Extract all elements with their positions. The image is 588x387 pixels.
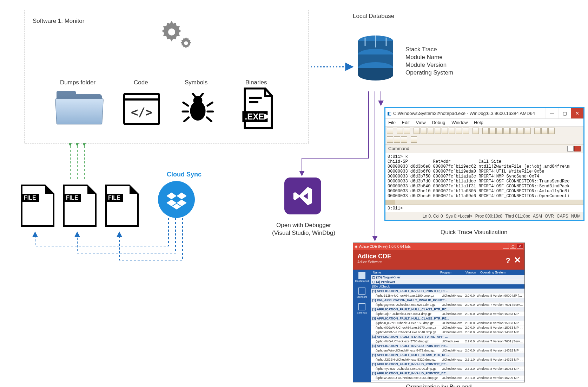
table-row[interactable]: ⎙ phpgxym48-UCheck64.exe.6232.dmp.gzUChe…	[371, 303, 524, 307]
table-row[interactable]: ⎙ phplawWin-UCheck64.exe.8472.dmp.gzUChe…	[371, 348, 524, 353]
table-row[interactable]: ⎙ phpk002pW-UCheck64.exe.6970.dmp.gzUChe…	[371, 325, 524, 330]
svg-point-1	[184, 41, 188, 45]
table-row[interactable]: (50) UCheck	[371, 284, 524, 289]
tool-button[interactable]	[387, 128, 393, 134]
table-row[interactable]: (1) APPLICATION_FAULT_STATUS_FATAL_APP_.…	[371, 335, 524, 339]
tool-button[interactable]	[449, 128, 455, 134]
tool-button[interactable]	[397, 128, 403, 134]
tool-button[interactable]	[414, 128, 420, 134]
windbg-window: ◧ C:\Windows\System32\notepad.exe - WinD…	[384, 107, 584, 221]
table-row[interactable]: ⎙ phpvhO8NV-UCheck64.exe.6048.dmp.gzUChe…	[371, 330, 524, 335]
table-row[interactable]: (1) APPLICATION_FAULT_NULL_CLASS_PTR_RE.…	[371, 307, 524, 312]
table-row[interactable]: (1) APPLICATION_FAULT_INVALID_POINTER_RE…	[371, 362, 524, 367]
exe-icon: .EXE	[241, 88, 276, 130]
menu-file[interactable]: File	[388, 120, 396, 125]
table-row[interactable]: ⎙ phpuf2GSN-UCheck64.exe.5320.dmp.gzUChe…	[371, 357, 524, 362]
menu-edit[interactable]: Edit	[402, 120, 410, 125]
table-row[interactable]: ⎙ phpB12Nv-UCheck64.exe.2290.dmp.gzUChec…	[371, 294, 524, 298]
tool-button[interactable]	[387, 136, 393, 143]
cde-caption2: Organization by Bug and Frequency	[397, 383, 481, 387]
windbg-title: C:\Windows\System32\notepad.exe - WinDbg…	[393, 111, 546, 116]
table-row[interactable]: (1) APPLICATION_FAULT_INVALID_POINTER_RE…	[371, 289, 524, 294]
tool-button[interactable]	[548, 128, 555, 134]
table-row[interactable]: (3) APPLICATION_FAULT_NULL_CLASS_PTR_RE.…	[371, 316, 524, 321]
tool-button[interactable]	[510, 128, 517, 134]
code-icon: </>	[123, 93, 160, 125]
tool-button[interactable]	[404, 128, 410, 134]
pane-close-button[interactable]	[574, 146, 581, 151]
cloud-sync-label: Cloud Sync	[167, 170, 201, 179]
scrollbar[interactable]	[385, 200, 583, 205]
table-row[interactable]: ▢ (4) PEViewer	[371, 280, 524, 284]
tool-button[interactable]	[524, 128, 531, 134]
table-row[interactable]: ⎙ phpWGn5ED-UCheck64.exe.3164.dmp.gzUChe…	[371, 376, 524, 380]
table-row[interactable]: ⎙ php0oj5r-UCheck64.exe.8064.dmp.gzUChec…	[371, 312, 524, 316]
tool-button[interactable]	[473, 128, 479, 134]
table-row[interactable]: (1) APPLICATION_FAULT_INVALID_POINTER_RE…	[371, 380, 524, 381]
tool-button[interactable]	[442, 128, 448, 134]
cde-os-titlebar: ◉ Adlice CDE (Free) 1.0.0.0 64 bits _ ▢ …	[353, 243, 524, 250]
dropbox-icon	[158, 181, 195, 218]
tool-button[interactable]	[482, 128, 489, 134]
windbg-titlebar: ◧ C:\Windows\System32\notepad.exe - WinD…	[385, 108, 583, 119]
minimize-button[interactable]: _	[503, 244, 509, 249]
windbg-toolbar-1	[385, 127, 583, 135]
menu-help[interactable]: Help	[474, 120, 483, 125]
tool-button[interactable]	[428, 128, 434, 134]
table-row[interactable]: ⎙ phpk0z0r-UCheck.exe.3788.dmp.gzUCheck.…	[371, 339, 524, 344]
sidebar-item-settings[interactable]: Settings	[357, 303, 367, 314]
sidebar-item-monitors[interactable]: Monitors	[357, 288, 368, 298]
symbols-label: Symbols	[185, 79, 207, 86]
menu-debug[interactable]: Debug	[432, 120, 445, 125]
tool-button[interactable]	[411, 136, 417, 143]
table-row[interactable]: ⎙ phpmyp5Mv-UCheck64.exe.4700.dmp.gzUChe…	[371, 367, 524, 371]
pane-button[interactable]	[567, 146, 574, 151]
windbg-toolbar-2	[385, 135, 583, 144]
tool-button[interactable]	[463, 128, 469, 134]
bug-icon	[181, 93, 214, 125]
tool-button[interactable]	[489, 128, 496, 134]
table-row[interactable]: ▢ (23) RogueKiller	[371, 275, 524, 280]
command-pane-header: Command	[385, 144, 583, 153]
help-button[interactable]: ?	[506, 256, 510, 265]
table-row[interactable]: (1) APPLICATION_FAULT_INVALID_POINTER_RE…	[371, 371, 524, 376]
tool-button[interactable]	[541, 128, 548, 134]
maximize-button[interactable]: ▢	[558, 108, 571, 118]
database-icon	[355, 33, 397, 83]
debugger-caption: Open with Debugger (Visual Studio, WinDb…	[269, 221, 339, 237]
tool-button[interactable]	[517, 128, 524, 134]
gear-icon	[358, 303, 365, 310]
table-row[interactable]: ⎙ php4Q4Vpr-UCheck64.exe.156.dmp.gzUChec…	[371, 321, 524, 325]
cde-sidebar: Dashboard Monitors Settings	[353, 270, 371, 382]
tool-button[interactable]	[496, 128, 503, 134]
command-output: 0:011> k Child-SP RetAddr Call Site 0000…	[385, 153, 583, 200]
windbg-menubar: File Edit View Debug Window Help	[385, 119, 583, 127]
table-row[interactable]: (1) X64_APPLICATION_FAULT_INVALID_POINTE…	[371, 298, 524, 303]
close-button[interactable]: ✕	[514, 255, 521, 265]
command-input[interactable]: 0:011>	[385, 205, 583, 212]
table-row[interactable]: (1) APPLICATION_FAULT_INVALID_POINTER_RE…	[371, 344, 524, 348]
menu-window[interactable]: Window	[451, 120, 468, 125]
close-button[interactable]: ✕	[517, 244, 523, 249]
sidebar-item-dashboard[interactable]: Dashboard	[355, 272, 369, 283]
menu-view[interactable]: View	[416, 120, 426, 125]
svg-text:.EXE: .EXE	[245, 112, 264, 121]
tool-button[interactable]	[421, 128, 427, 134]
tool-button[interactable]	[435, 128, 441, 134]
table-row[interactable]: (1) APPLICATION_FAULT_NULL_CLASS_PTR_RE.…	[371, 353, 524, 357]
tool-button[interactable]	[456, 128, 462, 134]
tool-button[interactable]	[394, 136, 400, 143]
file-icon: FILE	[21, 185, 54, 227]
maximize-button[interactable]: ▢	[510, 244, 516, 249]
close-button[interactable]: ✕	[571, 108, 583, 118]
folder-icon	[57, 91, 102, 124]
cde-column-headers: Name Program Version Operating System	[371, 270, 524, 275]
database-title: Local Database	[353, 12, 394, 20]
monitor-title: Software 1: Monitor	[33, 17, 84, 25]
monitor-icon	[358, 288, 365, 295]
tool-button[interactable]	[534, 128, 541, 134]
windbg-caption: Quick Trace Visualization	[441, 228, 508, 236]
tool-button[interactable]	[401, 136, 407, 143]
tool-button[interactable]	[503, 128, 510, 134]
minimize-button[interactable]: —	[546, 108, 558, 118]
